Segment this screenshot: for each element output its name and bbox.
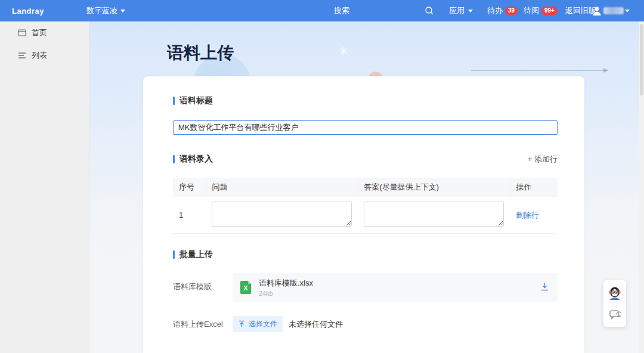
add-row-button[interactable]: + 添加行: [528, 154, 558, 165]
entry-section-label: 语料录入: [179, 154, 213, 165]
username-blurred[interactable]: [603, 7, 624, 14]
corpus-title-input[interactable]: [173, 120, 558, 135]
mascot-avatar[interactable]: [606, 285, 623, 304]
search-input[interactable]: 搜索: [334, 0, 349, 21]
todo-nav[interactable]: 待办 39: [487, 0, 518, 21]
file-name: 语料库模版.xlsx: [259, 278, 540, 289]
sparkle-icon: ✳: [339, 44, 349, 58]
entry-section: 语料录入 + 添加行 序号 问题 答案(尽量提供上下文) 操作 1 删除行: [173, 154, 558, 234]
col-header-actions: 操作: [510, 178, 558, 197]
choose-file-label: 选择文件: [249, 319, 277, 329]
no-file-selected-text: 未选择任何文件: [289, 319, 343, 330]
chevron-down-icon: [120, 10, 125, 13]
batch-section-label: 批量上传: [179, 249, 213, 260]
toread-count-badge: 99+: [541, 7, 558, 15]
col-header-question: 问题: [206, 178, 358, 197]
upload-excel-label: 语料上传Excel: [173, 319, 233, 330]
row-index: 1: [173, 197, 206, 234]
sidebar-item-label: 首页: [32, 27, 47, 38]
choose-file-button[interactable]: 选择文件: [233, 316, 283, 332]
todo-label: 待办: [487, 5, 503, 16]
section-accent-bar: [173, 250, 175, 259]
scrollbar-thumb[interactable]: [640, 24, 643, 95]
section-accent-bar: [173, 97, 175, 105]
sidebar-item-home[interactable]: 首页: [0, 21, 89, 44]
col-header-answer: 答案(尽量提供上下文): [358, 178, 510, 197]
decor-arrow-line: [471, 70, 607, 71]
apps-menu[interactable]: 应用: [449, 0, 473, 21]
list-icon: [18, 51, 26, 60]
table-header-row: 序号 问题 答案(尽量提供上下文) 操作: [173, 178, 558, 197]
chevron-down-icon[interactable]: [625, 0, 630, 21]
excel-file-icon: X: [239, 280, 253, 295]
page-title: 语料上传: [167, 42, 234, 64]
user-avatar-icon[interactable]: [592, 0, 602, 21]
upload-excel-row: 语料上传Excel 选择文件 未选择任何文件: [173, 316, 558, 332]
file-size: 24kb: [259, 290, 540, 297]
section-accent-bar: [173, 155, 175, 163]
title-section-label: 语料标题: [179, 95, 213, 106]
search-icon[interactable]: [425, 0, 434, 21]
chevron-down-icon: [468, 10, 473, 13]
sidebar-item-label: 列表: [32, 50, 47, 61]
title-section-header: 语料标题: [173, 95, 558, 106]
chat-service-icon[interactable]: [609, 309, 621, 322]
toread-nav[interactable]: 待阅 99+: [524, 0, 558, 21]
topbar: Landray 数字蓝凌 搜索 应用 待办 39 待阅 99+ 返回旧版: [0, 0, 644, 21]
org-menu[interactable]: 数字蓝凌: [86, 0, 125, 21]
col-header-index: 序号: [173, 178, 206, 197]
template-file-row: 语料库模版 X 语料库模版.xlsx 24kb: [173, 273, 558, 302]
toread-label: 待阅: [524, 5, 539, 16]
entry-section-header: 语料录入: [173, 154, 213, 165]
landray-logo: Landray: [12, 0, 44, 21]
upload-icon: [238, 320, 246, 328]
corpus-upload-form-card: 语料标题 语料录入 + 添加行 序号 问题 答案(尽量提供上下文) 操作: [143, 76, 584, 353]
todo-count-badge: 39: [505, 7, 518, 15]
question-textarea[interactable]: [212, 202, 352, 227]
template-file-card[interactable]: X 语料库模版.xlsx 24kb: [233, 273, 558, 302]
svg-text:X: X: [243, 284, 248, 292]
vertical-scrollbar[interactable]: [639, 21, 644, 353]
sidebar-item-list[interactable]: 列表: [0, 44, 89, 67]
answer-textarea[interactable]: [364, 202, 504, 227]
batch-upload-section: 批量上传 语料库模版 X 语料库模版.xlsx 24kb 语料上传Excel: [173, 249, 558, 353]
corpus-entry-table: 序号 问题 答案(尽量提供上下文) 操作 1 删除行: [173, 178, 558, 234]
sidebar: 首页 列表: [0, 21, 89, 353]
batch-section-header: 批量上传: [173, 249, 558, 260]
file-meta: 语料库模版.xlsx 24kb: [259, 278, 540, 297]
assistant-float-widget: [603, 280, 626, 327]
home-icon: [18, 29, 26, 37]
apps-label: 应用: [449, 5, 465, 16]
org-menu-label: 数字蓝凌: [86, 5, 117, 16]
download-icon[interactable]: [540, 282, 549, 293]
delete-row-button[interactable]: 删除行: [516, 210, 539, 219]
table-row: 1 删除行: [173, 197, 558, 234]
template-file-label: 语料库模版: [173, 273, 233, 302]
